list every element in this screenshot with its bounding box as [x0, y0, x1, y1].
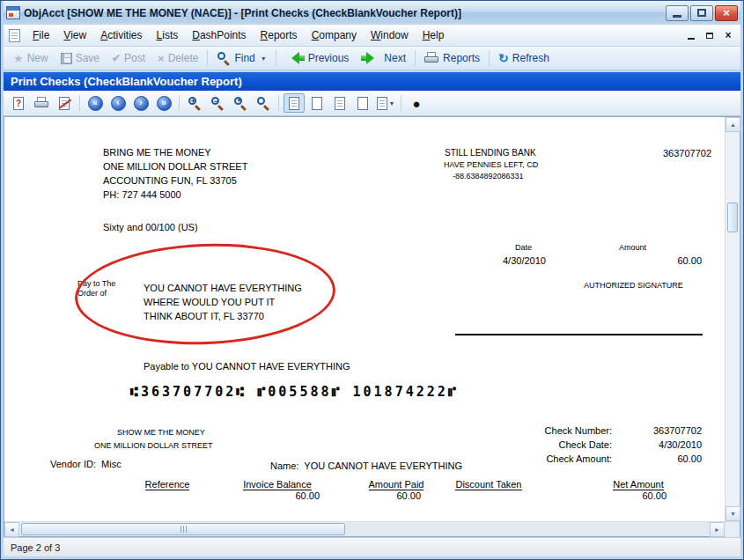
post-icon: ✔ — [112, 52, 121, 64]
scroll-down-icon: ▼ — [730, 511, 736, 517]
horizontal-scroll-track[interactable] — [19, 522, 710, 536]
view-fit-width-button[interactable] — [329, 93, 350, 113]
minimize-button[interactable] — [666, 5, 689, 21]
main-toolbar: ★ New Save ✔ Post × Delete Find ▼ Previo… — [4, 47, 740, 70]
scrollbar-corner — [725, 522, 740, 537]
check-number-value: 363707702 — [616, 425, 702, 436]
column-header-amount-paid: Amount Paid — [343, 475, 449, 491]
check-number-label: Check Number: — [484, 425, 612, 436]
minimize-icon — [673, 15, 681, 18]
bank-location: HAVE PENNIES LEFT, CD — [444, 160, 538, 169]
remit-company-name: SHOW ME THE MONEY — [117, 428, 205, 437]
check-amount-label: Check Amount: — [484, 453, 612, 464]
zoom-in-button[interactable]: + — [184, 93, 205, 113]
view-two-pages-button[interactable] — [352, 93, 373, 113]
nav-next-page-button[interactable]: › — [130, 93, 151, 113]
scroll-up-button[interactable]: ▲ — [726, 117, 740, 132]
new-button[interactable]: ★ New — [7, 49, 55, 68]
report-title-band: Print Checks (CheckBlankVoucher Report) — [4, 72, 740, 91]
horizontal-scrollbar[interactable]: ◄ ► — [4, 522, 725, 536]
stop-icon: ● — [412, 97, 420, 110]
post-button[interactable]: ✔ Post — [106, 49, 151, 67]
previous-page-icon: ‹ — [111, 96, 126, 111]
mdi-close-button[interactable]: × — [719, 28, 737, 43]
zoom-select-button[interactable] — [253, 93, 274, 113]
menu-file[interactable]: File — [26, 26, 56, 45]
amount-value: 60.00 — [638, 255, 702, 266]
menu-view[interactable]: View — [56, 26, 93, 45]
column-header-invoice-balance: Invoice Balance — [225, 475, 330, 491]
menu-dashpoints[interactable]: DashPoints — [185, 26, 253, 45]
titlebar[interactable]: ObjAcct [SHOW ME THE MONEY (NACE)] - [Pr… — [4, 1, 740, 25]
post-label: Post — [124, 52, 145, 64]
menu-activities[interactable]: Activities — [93, 26, 149, 45]
view-actual-size-button[interactable] — [284, 93, 305, 113]
authorized-signature-label: AUTHORIZED SIGNATURE — [584, 281, 683, 290]
save-button[interactable]: Save — [55, 49, 106, 67]
menu-reports[interactable]: Reports — [254, 26, 305, 45]
toolbar-separator — [276, 50, 276, 66]
scroll-down-button[interactable]: ▼ — [726, 506, 740, 521]
scroll-right-button[interactable]: ► — [710, 522, 725, 537]
document-icon[interactable] — [9, 29, 20, 42]
report-container: BRING ME THE MONEY ONE MILLION DOLLAR ST… — [4, 116, 740, 537]
column-header-net-amount: Net Amount — [577, 475, 700, 491]
menu-help[interactable]: Help — [416, 26, 452, 45]
maximize-button[interactable] — [690, 5, 713, 21]
scroll-left-button[interactable]: ◄ — [4, 522, 19, 537]
menu-company[interactable]: Company — [305, 26, 364, 45]
delete-button[interactable]: × Delete — [151, 49, 204, 68]
zoom-out-icon: − — [210, 96, 225, 110]
mdi-restore-icon — [706, 33, 713, 39]
next-arrow-icon — [361, 52, 380, 64]
horizontal-scrollbar-row: ◄ ► — [4, 521, 740, 536]
actual-size-icon — [289, 97, 299, 110]
refresh-button[interactable]: ↻ Refresh — [492, 49, 556, 67]
next-button[interactable]: Next — [355, 49, 412, 67]
previous-button[interactable]: Previous — [279, 49, 356, 67]
menu-lists[interactable]: Lists — [150, 26, 186, 45]
find-dropdown-icon[interactable]: ▼ — [261, 55, 267, 62]
mdi-restore-button[interactable] — [701, 28, 718, 43]
app-icon[interactable] — [6, 6, 20, 19]
find-button[interactable]: Find ▼ — [210, 48, 272, 68]
stop-button[interactable]: ● — [406, 93, 427, 113]
red-circle-annotation — [73, 239, 337, 349]
report-print-button[interactable] — [31, 93, 52, 113]
nav-last-page-button[interactable]: » — [153, 93, 174, 113]
zoom-out-button[interactable]: − — [207, 93, 228, 113]
vertical-scroll-thumb[interactable] — [727, 203, 738, 232]
zoom-in-icon: + — [188, 96, 202, 110]
last-page-icon: » — [157, 96, 172, 111]
report-export-button[interactable] — [54, 93, 75, 113]
export-icon — [59, 97, 70, 110]
horizontal-scroll-thumb[interactable] — [21, 523, 345, 535]
report-help-button[interactable]: ? — [8, 93, 29, 113]
scroll-left-icon: ◄ — [9, 527, 15, 533]
view-fit-page-button[interactable] — [306, 93, 328, 113]
delete-label: Delete — [168, 52, 199, 64]
close-button[interactable]: × — [715, 5, 738, 21]
vertical-scrollbar[interactable]: ▲ ▼ — [725, 117, 740, 521]
find-icon — [217, 51, 231, 65]
toolbar-separator — [79, 95, 80, 111]
view-options-dropdown[interactable]: ▼ — [375, 93, 396, 113]
column-header-discount-taken: Discount Taken — [436, 475, 541, 491]
payor-phone: PH: 727 444 5000 — [103, 188, 247, 202]
menu-window[interactable]: Window — [364, 26, 416, 45]
find-in-report-button[interactable]: * — [230, 93, 251, 113]
nav-previous-page-button[interactable]: ‹ — [107, 93, 129, 113]
refresh-label: Refresh — [512, 52, 549, 64]
two-pages-icon — [357, 97, 368, 110]
mdi-minimize-button[interactable] — [682, 28, 700, 43]
payor-name: BRING ME THE MONEY — [103, 145, 247, 159]
toolbar-separator — [278, 95, 279, 111]
vertical-scroll-track[interactable] — [726, 132, 740, 506]
reports-label: Reports — [443, 52, 480, 64]
fit-width-icon — [335, 97, 345, 110]
first-page-icon: « — [88, 96, 103, 111]
print-icon — [34, 97, 49, 110]
reports-button[interactable]: Reports — [418, 49, 486, 68]
amount-in-words: Sixty and 00/100 (US) — [103, 222, 198, 232]
nav-first-page-button[interactable]: « — [85, 93, 106, 113]
